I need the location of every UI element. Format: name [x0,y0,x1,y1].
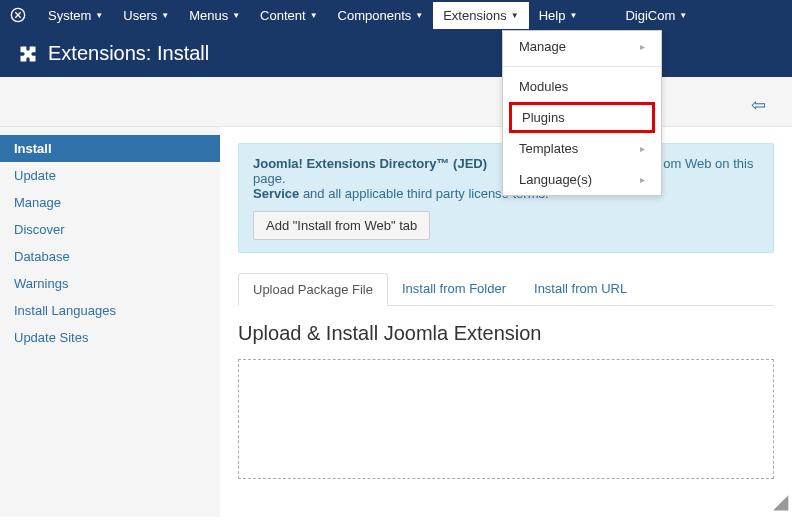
joomla-logo-icon [10,7,26,23]
caret-down-icon: ▼ [310,11,318,20]
caret-down-icon: ▼ [232,11,240,20]
caret-down-icon: ▼ [415,11,423,20]
menu-divider [503,66,661,67]
chevron-right-icon: ▸ [640,174,645,185]
menu-item-modules[interactable]: Modules [503,71,661,102]
alert-text: om Web [663,156,711,171]
page-header: Extensions: Install [0,30,792,77]
resize-corner-icon: ◢ [773,489,788,513]
toolbar: ⇦ [0,77,792,127]
extensions-dropdown: Manage▸ModulesPluginsTemplates▸Language(… [502,30,662,196]
menu-item-manage[interactable]: Manage▸ [503,31,661,62]
caret-down-icon: ▼ [679,11,687,20]
sidebar-item-install[interactable]: Install [0,135,220,162]
caret-down-icon: ▼ [569,11,577,20]
nav-item-extensions[interactable]: Extensions▼ [433,2,529,29]
sidebar: InstallUpdateManageDiscoverDatabaseWarni… [0,127,220,517]
tab-install-from-url[interactable]: Install from URL [520,273,641,305]
menu-item-languages[interactable]: Language(s)▸ [503,164,661,195]
nav-item-system[interactable]: System▼ [38,2,113,29]
add-install-from-web-button[interactable]: Add "Install from Web" tab [253,211,430,240]
caret-down-icon: ▼ [511,11,519,20]
sidebar-item-database[interactable]: Database [0,243,220,270]
sidebar-item-update[interactable]: Update [0,162,220,189]
puzzle-icon [18,44,38,64]
alert-service-label: Service [253,186,299,201]
alert-jed-label: Joomla! Extensions Directory™ (JED) [253,156,487,171]
chevron-right-icon: ▸ [640,143,645,154]
nav-item-components[interactable]: Components▼ [328,2,434,29]
menu-item-templates[interactable]: Templates▸ [503,133,661,164]
top-menu-bar: System▼Users▼Menus▼Content▼Components▼Ex… [0,0,792,30]
nav-item-content[interactable]: Content▼ [250,2,327,29]
menu-item-plugins[interactable]: Plugins [509,102,655,133]
chevron-right-icon: ▸ [640,41,645,52]
nav-item-menus[interactable]: Menus▼ [179,2,250,29]
back-icon[interactable]: ⇦ [751,94,766,116]
sidebar-item-update-sites[interactable]: Update Sites [0,324,220,351]
nav-item-digicom[interactable]: DigiCom▼ [615,2,697,29]
tab-upload-package-file[interactable]: Upload Package File [238,273,388,306]
sidebar-item-warnings[interactable]: Warnings [0,270,220,297]
install-tabs: Upload Package FileInstall from FolderIn… [238,273,774,306]
caret-down-icon: ▼ [161,11,169,20]
tab-install-from-folder[interactable]: Install from Folder [388,273,520,305]
upload-dropzone[interactable] [238,359,774,479]
sidebar-item-install-languages[interactable]: Install Languages [0,297,220,324]
nav-item-users[interactable]: Users▼ [113,2,179,29]
sidebar-item-manage[interactable]: Manage [0,189,220,216]
page-title: Extensions: Install [48,42,209,65]
nav-item-help[interactable]: Help▼ [529,2,588,29]
upload-heading: Upload & Install Joomla Extension [238,322,774,345]
caret-down-icon: ▼ [95,11,103,20]
sidebar-item-discover[interactable]: Discover [0,216,220,243]
